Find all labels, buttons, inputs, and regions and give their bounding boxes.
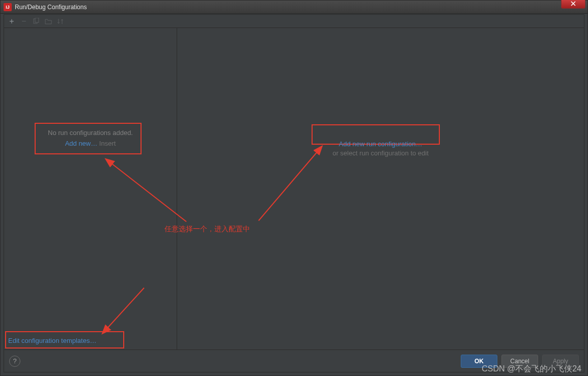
titlebar: IJ Run/Debug Configurations <box>1 1 587 14</box>
sort-button[interactable] <box>56 17 65 26</box>
copy-config-button[interactable] <box>32 17 41 26</box>
run-debug-config-dialog: IJ Run/Debug Configurations + − <box>0 0 588 376</box>
config-tree-panel: No run configurations added. Add new… In… <box>4 28 177 350</box>
svg-rect-1 <box>35 18 39 22</box>
app-icon: IJ <box>4 3 12 11</box>
config-editor-panel: Add new run configuration… or select run… <box>177 28 584 350</box>
window-title: Run/Debug Configurations <box>15 4 87 11</box>
add-config-button[interactable]: + <box>7 17 16 26</box>
empty-config-message: No run configurations added. Add new… In… <box>48 129 133 147</box>
close-icon <box>570 1 576 7</box>
folder-icon <box>45 18 52 24</box>
insert-hint: Insert <box>99 140 116 147</box>
watermark-text: CSDN @不会飞的小飞侠24 <box>482 364 581 374</box>
main-area: No run configurations added. Add new… In… <box>4 28 584 350</box>
close-button[interactable] <box>561 0 585 9</box>
select-config-hint: or select run configuration to edit <box>332 149 429 157</box>
help-button[interactable]: ? <box>9 356 20 367</box>
remove-config-button[interactable]: − <box>19 17 29 26</box>
annotation-text: 任意选择一个，进入配置中 <box>164 225 250 234</box>
config-toolbar: + − <box>4 15 584 28</box>
add-run-config-link[interactable]: Add new run configuration… <box>332 140 429 148</box>
sort-icon <box>57 18 64 24</box>
add-new-link[interactable]: Add new… <box>65 140 98 147</box>
empty-text: No run configurations added. <box>48 129 133 137</box>
copy-icon <box>33 18 40 25</box>
folder-button[interactable] <box>44 17 53 26</box>
dialog-body: + − No run configurations added. Add new… <box>4 14 584 372</box>
edit-templates-link[interactable]: Edit configuration templates… <box>8 337 96 344</box>
